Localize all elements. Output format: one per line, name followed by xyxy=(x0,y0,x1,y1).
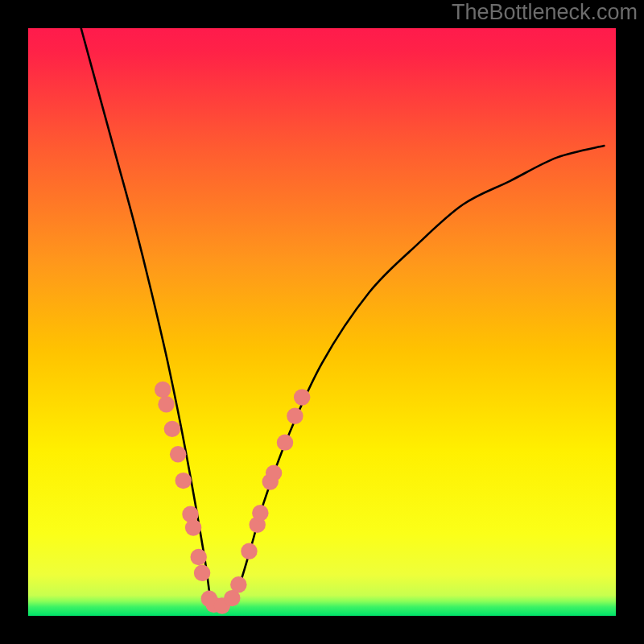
marker-dot xyxy=(287,408,303,424)
chart-frame: TheBottleneck.com xyxy=(0,0,644,644)
marker-dot xyxy=(194,564,210,580)
gradient-background xyxy=(28,28,616,616)
marker-dot xyxy=(185,519,201,535)
marker-dot xyxy=(170,446,186,462)
marker-dot xyxy=(175,473,192,489)
marker-dot xyxy=(294,389,310,405)
watermark-text: TheBottleneck.com xyxy=(452,0,638,25)
marker-dot xyxy=(230,576,246,592)
chart-plot-area xyxy=(28,28,616,616)
marker-dot xyxy=(277,434,293,450)
marker-dot xyxy=(241,543,257,559)
marker-dot xyxy=(266,464,282,481)
marker-dot xyxy=(252,505,268,521)
chart-svg xyxy=(28,28,616,616)
marker-dot xyxy=(158,396,174,412)
marker-dot xyxy=(155,382,171,398)
marker-dot xyxy=(182,506,198,522)
marker-dot xyxy=(190,549,206,565)
marker-dot xyxy=(164,421,180,437)
